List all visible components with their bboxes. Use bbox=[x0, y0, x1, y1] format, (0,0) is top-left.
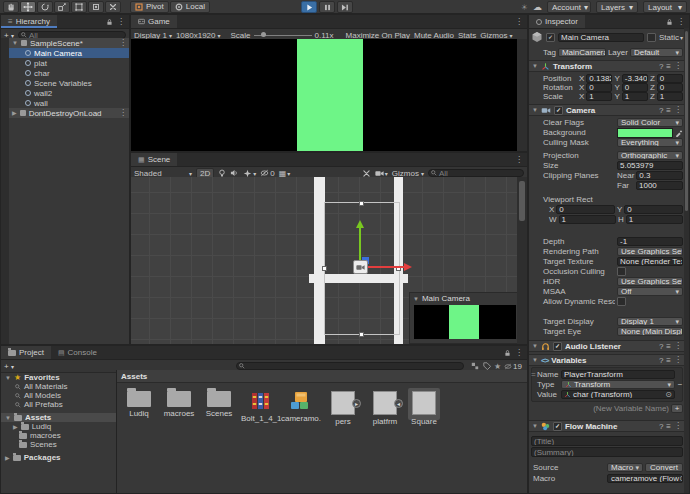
viewport-w-field[interactable]: 1 bbox=[559, 215, 616, 224]
msaa-dropdown[interactable]: Off▾ bbox=[617, 287, 683, 296]
asset-ludiq[interactable]: Ludiq bbox=[119, 388, 159, 418]
progress-icon[interactable]: ☀ bbox=[521, 3, 528, 12]
help-icon[interactable]: ? bbox=[659, 106, 663, 115]
scene-menu-icon[interactable]: ⋮ bbox=[119, 39, 129, 47]
viewport-h-field[interactable]: 1 bbox=[626, 215, 683, 224]
search-by-type-icon[interactable] bbox=[471, 362, 479, 370]
occlusion-culling-checkbox[interactable] bbox=[617, 267, 626, 276]
pivot-toggle-button[interactable]: Pivot bbox=[130, 1, 169, 13]
scale-slider-track[interactable] bbox=[254, 31, 312, 39]
account-dropdown[interactable]: Account▾ bbox=[547, 1, 591, 13]
component-menu-icon[interactable]: ⋮ bbox=[674, 422, 682, 430]
move-tool-button[interactable] bbox=[20, 1, 36, 13]
viewport-y-field[interactable]: 0 bbox=[624, 205, 683, 214]
bounds-handle-bottom[interactable] bbox=[359, 332, 364, 337]
component-menu-icon[interactable]: ⋮ bbox=[674, 62, 682, 70]
hierarchy-item-char[interactable]: char bbox=[9, 68, 129, 78]
bounds-handle-left[interactable] bbox=[322, 266, 327, 271]
variable-name-field[interactable]: PlayerTransform bbox=[561, 370, 675, 379]
game-vertical-scrollbar[interactable] bbox=[517, 39, 527, 151]
eyedropper-icon[interactable] bbox=[675, 129, 683, 137]
gameobject-name-field[interactable]: Main Camera bbox=[558, 33, 644, 42]
scale-y-field[interactable]: 1 bbox=[622, 92, 648, 101]
rect-tool-button[interactable] bbox=[71, 1, 87, 13]
asset-cameramove-macro[interactable]: cameramo... bbox=[281, 388, 321, 423]
object-picker-icon[interactable]: ⊙ bbox=[679, 474, 683, 483]
remove-variable-button[interactable]: − bbox=[677, 380, 683, 389]
presets-icon[interactable]: ≡ bbox=[666, 342, 671, 351]
project-search-input[interactable] bbox=[236, 362, 464, 370]
asset-scenes[interactable]: Scenes bbox=[199, 388, 239, 418]
tab-project[interactable]: Project bbox=[1, 346, 51, 359]
far-clip-field[interactable]: 1000 bbox=[636, 181, 683, 190]
transform-header[interactable]: ▼ Transform ?≡⋮ bbox=[529, 60, 685, 72]
flow-machine-header[interactable]: ▼ ✓ Flow Machine ?≡⋮ bbox=[529, 420, 685, 432]
audio-listener-checkbox[interactable]: ✓ bbox=[553, 342, 562, 351]
help-icon[interactable]: ? bbox=[659, 356, 663, 365]
position-x-field[interactable]: 0.1382 bbox=[586, 74, 612, 83]
gizmo-x-axis[interactable] bbox=[368, 266, 404, 268]
scale-x-field[interactable]: 1 bbox=[586, 92, 612, 101]
depth-field[interactable]: -1 bbox=[617, 237, 683, 246]
hierarchy-item-wall2[interactable]: wall2 bbox=[9, 88, 129, 98]
component-menu-icon[interactable]: ⋮ bbox=[674, 342, 682, 350]
favorite-all-materials[interactable]: All Materials bbox=[1, 382, 116, 391]
static-checkbox[interactable] bbox=[647, 33, 656, 42]
component-menu-icon[interactable]: ⋮ bbox=[674, 356, 682, 364]
viewport-x-field[interactable]: 0 bbox=[556, 205, 615, 214]
asset-bolt-package[interactable]: Bolt_1_4_1... bbox=[241, 388, 281, 423]
flow-machine-checkbox[interactable]: ✓ bbox=[553, 422, 562, 431]
variable-type-dropdown[interactable]: Transform▾ bbox=[561, 380, 675, 389]
lock-icon[interactable] bbox=[106, 18, 113, 26]
presets-icon[interactable]: ≡ bbox=[666, 62, 671, 71]
rotation-z-field[interactable]: 0 bbox=[657, 83, 683, 92]
dontdestroyonload-row[interactable]: ▶ DontDestroyOnLoad ⋮ bbox=[9, 108, 129, 118]
add-variable-button[interactable]: + bbox=[671, 404, 683, 413]
tree-folder-ludiq[interactable]: ▶ Ludiq bbox=[1, 422, 116, 431]
asset-macroes[interactable]: macroes bbox=[159, 388, 199, 418]
tab-game[interactable]: Game bbox=[131, 15, 177, 28]
inspector-scrollbar[interactable] bbox=[684, 28, 689, 493]
presets-icon[interactable]: ≡ bbox=[666, 356, 671, 365]
audio-toggle-icon[interactable] bbox=[230, 169, 239, 177]
dontdestroy-menu-icon[interactable]: ⋮ bbox=[119, 109, 129, 117]
favorite-all-prefabs[interactable]: All Prefabs bbox=[1, 400, 116, 409]
hierarchy-menu-icon[interactable]: ⋮ bbox=[117, 18, 125, 26]
pause-button[interactable] bbox=[319, 1, 335, 13]
presets-icon[interactable]: ≡ bbox=[666, 422, 671, 431]
position-z-field[interactable]: 0 bbox=[657, 74, 683, 83]
game-render-area[interactable] bbox=[131, 39, 517, 151]
flow-summary-field[interactable]: (Summary) bbox=[531, 447, 683, 457]
rotation-y-field[interactable]: 0 bbox=[622, 83, 648, 92]
flow-source-dropdown[interactable]: Macro▾ bbox=[607, 463, 643, 472]
lock-icon[interactable] bbox=[504, 349, 511, 357]
variables-header[interactable]: ▼ <> Variables ?≡⋮ bbox=[529, 354, 685, 366]
scene-viewport[interactable]: ▼ Main Camera bbox=[131, 177, 517, 344]
hierarchy-visibility-gutter[interactable] bbox=[1, 38, 9, 344]
inspector-menu-icon[interactable]: ⋮ bbox=[677, 18, 685, 26]
flow-macro-field[interactable]: cameramove (Flow⊙ bbox=[607, 474, 683, 483]
hierarchy-item-plat[interactable]: plat bbox=[9, 58, 129, 68]
layers-dropdown[interactable]: Layers▾ bbox=[596, 1, 638, 13]
new-variable-placeholder[interactable]: (New Variable Name) bbox=[593, 404, 669, 413]
search-by-label-icon[interactable] bbox=[483, 362, 491, 370]
bounds-handle-top[interactable] bbox=[359, 201, 364, 206]
component-menu-icon[interactable]: ⋮ bbox=[674, 106, 682, 114]
static-dropdown[interactable]: Static▾ bbox=[659, 33, 683, 42]
help-icon[interactable]: ? bbox=[659, 422, 663, 431]
background-color-swatch[interactable] bbox=[617, 128, 673, 138]
tree-assets-root[interactable]: ▼ Assets bbox=[1, 413, 116, 422]
camera-enabled-checkbox[interactable]: ✓ bbox=[554, 106, 563, 115]
custom-tool-button[interactable] bbox=[105, 1, 121, 13]
culling-mask-dropdown[interactable]: Everything▾ bbox=[617, 138, 683, 147]
tab-inspector[interactable]: Inspector bbox=[529, 15, 585, 28]
scene-menu-icon[interactable]: ⋮ bbox=[515, 156, 523, 164]
game-menu-icon[interactable]: ⋮ bbox=[515, 18, 523, 26]
near-clip-field[interactable]: 0.3 bbox=[636, 171, 683, 180]
flow-title-field[interactable]: (Title) bbox=[531, 436, 683, 446]
layer-dropdown[interactable]: Default▾ bbox=[630, 48, 683, 57]
hdr-dropdown[interactable]: Use Graphics Settings▾ bbox=[617, 277, 683, 286]
tab-hierarchy[interactable]: ≡ Hierarchy bbox=[1, 15, 57, 28]
scene-vertical-scrollbar[interactable] bbox=[517, 177, 527, 344]
camera-gizmo-icon[interactable] bbox=[353, 260, 368, 274]
